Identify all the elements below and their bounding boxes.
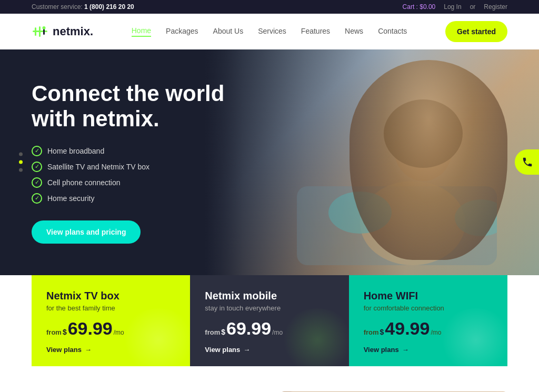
bottom-section: Experience the magic of technology — [0, 366, 539, 392]
feature-label-3: Cell phone connection — [47, 178, 121, 187]
feature-label-1: Home broadband — [47, 147, 104, 155]
top-bar-right: Cart : $0.00 Log In or Register — [403, 3, 507, 11]
nav-packages[interactable]: Packages — [166, 27, 198, 36]
view-plans-button[interactable]: View plans and pricing — [32, 220, 141, 244]
nav-contacts[interactable]: Contacts — [378, 27, 407, 36]
nav-about-us[interactable]: About Us — [213, 27, 244, 36]
card-wifi-from: from — [364, 328, 379, 336]
cards-section: Netmix TV box for the best family time f… — [0, 275, 539, 366]
logo-icon — [32, 23, 48, 40]
card-tv-box-link-text: View plans — [46, 346, 82, 354]
card-tv-box-currency: $ — [63, 328, 67, 336]
check-icon-2: ✓ — [32, 162, 42, 172]
card-mobile: Netmix mobile stay in touch everywhere f… — [190, 275, 348, 366]
slider-dot-2[interactable] — [19, 160, 23, 164]
svg-point-10 — [455, 199, 497, 236]
svg-point-8 — [384, 99, 463, 168]
phone-number: 1 (800) 216 20 20 — [84, 3, 134, 11]
check-icon-3: ✓ — [32, 177, 42, 188]
feature-item-3: ✓ Cell phone connection — [32, 177, 232, 188]
card-wifi-currency: $ — [380, 328, 384, 336]
phone-icon — [522, 156, 533, 168]
card-bg-2 — [281, 308, 349, 366]
card-mobile-arrow-icon: → — [243, 346, 250, 354]
feature-label-4: Home security — [47, 194, 94, 203]
top-bar: Customer service: 1 (800) 216 20 20 Cart… — [0, 0, 539, 14]
card-mobile-link-text: View plans — [205, 346, 240, 354]
card-mobile-from: from — [205, 328, 220, 336]
hero-section: Connect the world with netmix. ✓ Home br… — [0, 49, 539, 275]
nav-features[interactable]: Features — [301, 27, 330, 36]
card-tv-box-arrow-icon: → — [85, 346, 92, 354]
logo-text: netmix. — [53, 25, 93, 38]
card-wifi-amount: 49.99 — [385, 319, 430, 337]
card-tv-box-from: from — [46, 328, 62, 336]
feature-label-2: Satellite TV and Netmix TV box — [47, 163, 149, 171]
card-bg-3 — [439, 308, 507, 366]
card-bg-1 — [122, 308, 190, 366]
svg-point-6 — [360, 181, 465, 265]
header: netmix. Home Packages About Us Services … — [0, 14, 539, 49]
hero-heading: Connect the world with netmix. — [32, 81, 232, 132]
check-icon-4: ✓ — [32, 193, 42, 204]
card-mobile-currency: $ — [221, 328, 225, 336]
register-link[interactable]: Register — [484, 3, 507, 11]
get-started-button[interactable]: Get started — [445, 21, 507, 42]
main-nav: Home Packages About Us Services Features… — [132, 26, 407, 37]
card-wifi-title: Home WIFI — [364, 290, 493, 302]
feature-item-4: ✓ Home security — [32, 193, 232, 204]
svg-rect-5 — [297, 186, 497, 265]
slider-dot-3[interactable] — [19, 168, 23, 172]
or-separator: or — [470, 3, 476, 11]
hero-content: Connect the world with netmix. ✓ Home br… — [0, 49, 263, 275]
customer-service-label: Customer service: — [32, 3, 83, 11]
woman-silhouette — [297, 55, 497, 265]
nav-home[interactable]: Home — [132, 26, 151, 37]
svg-point-4 — [43, 26, 46, 29]
cart-amount: $0.00 — [420, 3, 435, 11]
card-tv-box: Netmix TV box for the best family time f… — [32, 275, 190, 366]
cart-info: Cart : $0.00 — [403, 3, 436, 11]
feature-item-1: ✓ Home broadband — [32, 146, 232, 156]
card-tv-box-title: Netmix TV box — [46, 290, 175, 302]
slider-dots — [19, 153, 23, 172]
svg-rect-2 — [39, 26, 41, 37]
slider-dot-1[interactable] — [19, 153, 23, 156]
login-link[interactable]: Log In — [444, 3, 461, 11]
phone-button[interactable] — [515, 149, 539, 175]
card-wifi: Home WIFI for comfortable connection fro… — [349, 275, 507, 366]
card-tv-box-amount: 69.99 — [68, 319, 113, 337]
customer-service: Customer service: 1 (800) 216 20 20 — [32, 3, 134, 11]
svg-point-7 — [394, 118, 452, 181]
svg-point-9 — [328, 192, 392, 234]
hero-features-list: ✓ Home broadband ✓ Satellite TV and Netm… — [32, 146, 232, 204]
logo[interactable]: netmix. — [32, 23, 93, 40]
check-icon-1: ✓ — [32, 146, 42, 156]
card-mobile-amount: 69.99 — [226, 319, 271, 337]
nav-news[interactable]: News — [345, 27, 363, 36]
svg-rect-1 — [35, 27, 36, 36]
nav-services[interactable]: Services — [258, 27, 286, 36]
feature-item-2: ✓ Satellite TV and Netmix TV box — [32, 162, 232, 172]
cart-label: Cart : — [403, 3, 418, 11]
card-mobile-title: Netmix mobile — [205, 290, 334, 302]
card-wifi-link-text: View plans — [364, 346, 399, 354]
card-wifi-arrow-icon: → — [402, 346, 409, 354]
